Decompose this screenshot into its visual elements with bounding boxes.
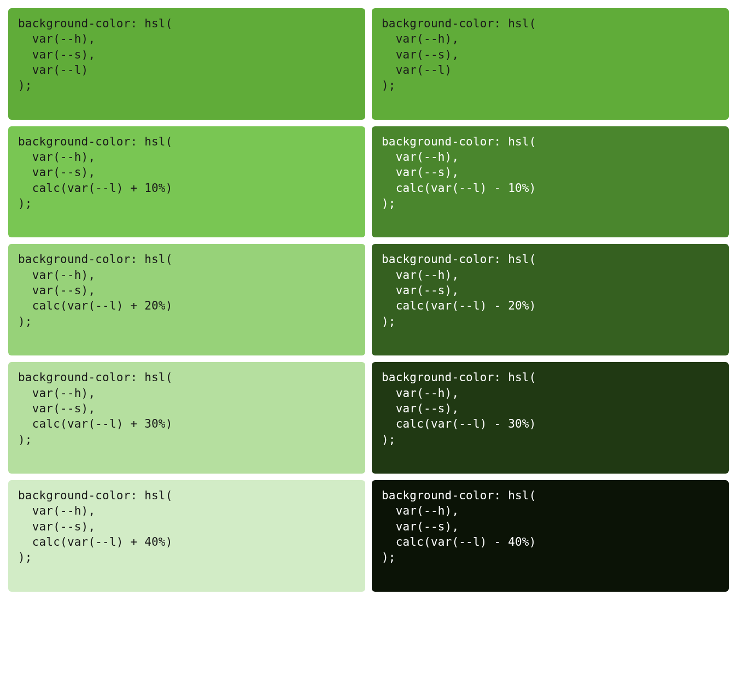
swatch-minus-10: background-color: hsl( var(--h), var(--s… xyxy=(372,126,729,238)
swatch-plus-30: background-color: hsl( var(--h), var(--s… xyxy=(8,362,365,474)
swatch-code: background-color: hsl( var(--h), var(--s… xyxy=(18,253,173,328)
swatch-code: background-color: hsl( var(--h), var(--s… xyxy=(18,371,173,446)
swatch-code: background-color: hsl( var(--h), var(--s… xyxy=(382,135,536,210)
swatch-minus-30: background-color: hsl( var(--h), var(--s… xyxy=(372,362,729,474)
swatch-base-right: background-color: hsl( var(--h), var(--s… xyxy=(372,8,729,120)
swatch-base-left: background-color: hsl( var(--h), var(--s… xyxy=(8,8,365,120)
swatch-minus-20: background-color: hsl( var(--h), var(--s… xyxy=(372,244,729,355)
swatch-code: background-color: hsl( var(--h), var(--s… xyxy=(18,135,173,210)
swatch-plus-10: background-color: hsl( var(--h), var(--s… xyxy=(8,126,365,238)
swatch-code: background-color: hsl( var(--h), var(--s… xyxy=(382,371,536,446)
swatch-code: background-color: hsl( var(--h), var(--s… xyxy=(18,17,173,92)
swatch-grid: background-color: hsl( var(--h), var(--s… xyxy=(8,8,729,592)
swatch-code: background-color: hsl( var(--h), var(--s… xyxy=(382,253,536,328)
swatch-code: background-color: hsl( var(--h), var(--s… xyxy=(382,489,536,564)
swatch-code: background-color: hsl( var(--h), var(--s… xyxy=(382,17,536,92)
swatch-code: background-color: hsl( var(--h), var(--s… xyxy=(18,489,173,564)
swatch-plus-20: background-color: hsl( var(--h), var(--s… xyxy=(8,244,365,355)
swatch-plus-40: background-color: hsl( var(--h), var(--s… xyxy=(8,480,365,592)
swatch-minus-40: background-color: hsl( var(--h), var(--s… xyxy=(372,480,729,592)
